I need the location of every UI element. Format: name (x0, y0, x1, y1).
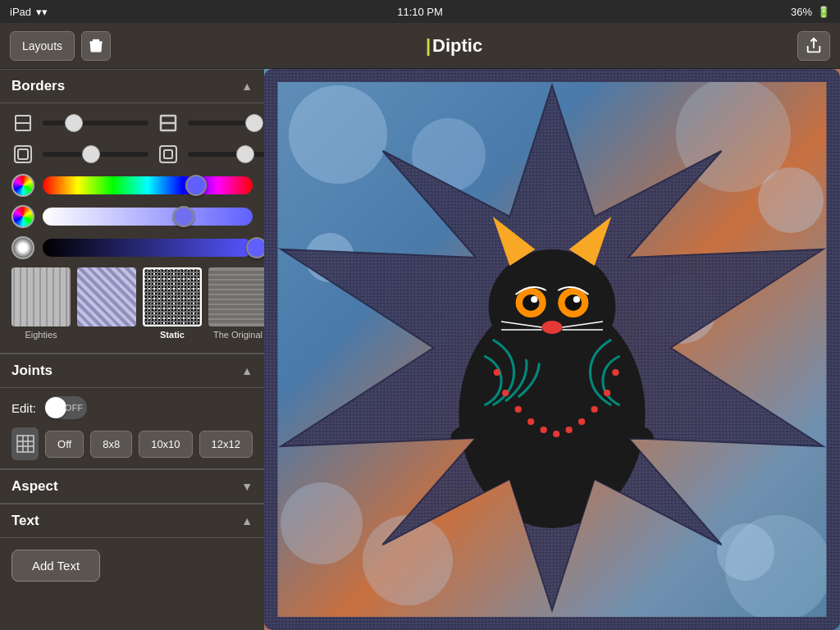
border-icon-1 (11, 112, 34, 135)
svg-rect-13 (17, 436, 34, 452)
size-off-button[interactable]: Off (45, 431, 84, 458)
aspect-title: Aspect (11, 478, 58, 495)
border-slider-row-1 (11, 112, 253, 135)
share-icon (805, 37, 823, 55)
texture-thumb-original (208, 267, 264, 326)
toolbar: Layouts | Diptic (0, 23, 840, 69)
texture-thumb-static (143, 267, 202, 326)
hue-slider-track (43, 176, 253, 194)
trash-icon (88, 38, 104, 54)
svg-rect-11 (160, 146, 176, 162)
wifi-icon: ▾▾ (36, 6, 48, 18)
svg-point-36 (489, 249, 616, 364)
title-text: Diptic (432, 35, 482, 57)
sat-slider-track (43, 208, 253, 226)
edit-label: Edit: (11, 401, 36, 415)
app-title: | Diptic (426, 35, 482, 57)
text-header[interactable]: Text ▲ (0, 504, 264, 538)
texture-lines[interactable]: Eighties (11, 267, 71, 340)
aspect-header[interactable]: Aspect ▼ (0, 469, 264, 504)
joints-arrow: ▲ (241, 364, 253, 377)
texture-row: Eighties Static The Original (11, 267, 253, 345)
svg-point-43 (531, 296, 537, 303)
borders-arrow: ▲ (241, 80, 253, 93)
texture-label-static: Static (160, 330, 185, 340)
svg-point-29 (541, 427, 547, 433)
left-panel: Borders ▲ (0, 69, 264, 630)
layouts-button[interactable]: Layouts (10, 31, 75, 61)
corner-thin-icon (13, 144, 33, 164)
sat-thumb[interactable] (173, 206, 194, 227)
brightness-slider-track (43, 239, 253, 257)
joints-section: Edit: OFF Off 8x8 (0, 388, 264, 468)
border-thin-icon (13, 113, 33, 133)
brightness-gradient (43, 239, 253, 257)
sat-gradient (43, 208, 253, 226)
device-label: iPad (10, 6, 31, 18)
status-right: 36% 🔋 (791, 6, 830, 18)
svg-point-41 (523, 294, 540, 311)
toggle-switch[interactable]: OFF (44, 396, 87, 419)
texture-original[interactable]: The Original (208, 267, 264, 340)
svg-point-27 (515, 406, 522, 413)
texture-static[interactable]: Static (143, 267, 202, 340)
brightness-thumb[interactable] (246, 237, 264, 258)
size-12x12-button[interactable]: 12x12 (199, 431, 253, 458)
main-content: Borders ▲ (0, 69, 840, 630)
hue-thumb[interactable] (185, 175, 207, 196)
add-text-area: Add Text (0, 538, 264, 593)
borders-section: Eighties Static The Original (0, 103, 264, 353)
texture-thumb-lines (11, 267, 71, 326)
border-slider-1-right[interactable] (188, 121, 264, 126)
title-icon: | (426, 35, 431, 57)
border-slider-1-left[interactable] (43, 121, 148, 126)
hue-gradient (43, 176, 253, 194)
canvas-area[interactable] (264, 69, 840, 630)
svg-point-44 (573, 296, 580, 303)
svg-point-51 (586, 422, 654, 454)
grid-size-row: Off 8x8 10x10 12x12 (11, 427, 253, 460)
brightness-row (11, 236, 253, 259)
add-text-button[interactable]: Add Text (11, 550, 100, 582)
text-section-title: Text (11, 513, 39, 529)
borders-header[interactable]: Borders ▲ (0, 69, 264, 103)
star-svg (264, 69, 840, 630)
svg-point-28 (527, 418, 534, 425)
border-icon-2 (157, 112, 180, 135)
photo-collage (264, 69, 840, 630)
texture-label-original: The Original (213, 330, 262, 340)
joints-title: Joints (11, 363, 52, 379)
trash-button[interactable] (81, 31, 111, 61)
status-bar: iPad ▾▾ 11:10 PM 36% 🔋 (0, 0, 840, 23)
border-slider-row-2 (11, 143, 253, 166)
share-button[interactable] (797, 31, 830, 61)
joints-header[interactable]: Joints ▲ (0, 354, 264, 388)
svg-point-33 (591, 406, 597, 413)
svg-rect-12 (164, 150, 172, 158)
border-icon-4 (157, 143, 180, 166)
svg-rect-10 (18, 149, 28, 159)
color-hue-row (11, 174, 253, 197)
svg-point-42 (564, 294, 582, 311)
size-10x10-button[interactable]: 10x10 (139, 431, 192, 458)
border-slider-2-left[interactable] (43, 152, 148, 157)
svg-point-26 (502, 390, 509, 396)
aspect-arrow: ▼ (241, 480, 253, 493)
color-wheel-icon-1 (11, 174, 34, 197)
border-icon-3 (11, 143, 34, 166)
svg-point-45 (542, 321, 563, 334)
battery-label: 36% (791, 6, 812, 18)
texture-chevron[interactable] (77, 267, 136, 340)
borders-title: Borders (11, 78, 65, 94)
border-thick-icon (158, 113, 178, 133)
color-wheel-icon-2 (11, 205, 34, 228)
svg-point-30 (553, 431, 559, 437)
border-slider-2-right[interactable] (188, 152, 264, 157)
color-sat-row (11, 205, 253, 228)
grid-icon (16, 434, 35, 454)
size-8x8-button[interactable]: 8x8 (90, 431, 132, 458)
svg-point-32 (578, 418, 585, 425)
texture-thumb-chevron (77, 267, 136, 326)
toolbar-left: Layouts (10, 31, 111, 61)
texture-label-lines: Eighties (25, 330, 57, 340)
